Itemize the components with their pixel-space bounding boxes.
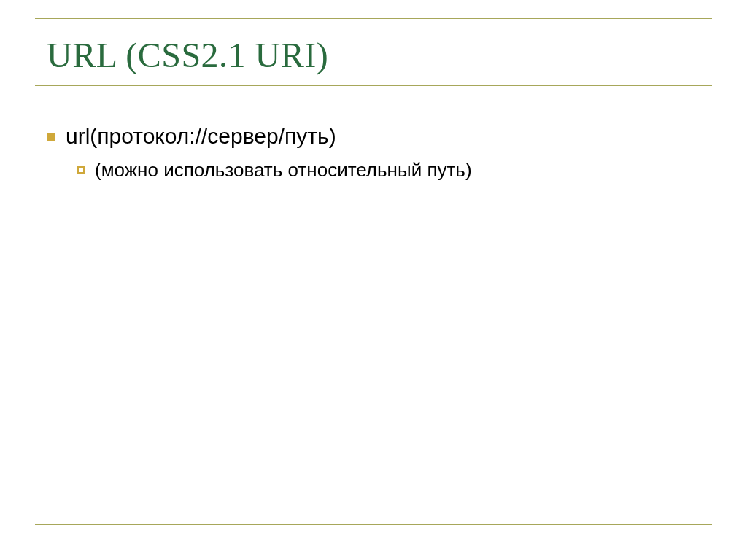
divider-top	[35, 18, 712, 19]
list-item: (можно использовать относительный путь)	[77, 159, 700, 182]
list-item-text: url(протокол://сервер/путь)	[66, 124, 336, 149]
divider-bottom	[35, 524, 712, 525]
bullet-filled-square-icon	[47, 133, 55, 141]
divider-under-title	[35, 85, 712, 86]
list-item-text: (можно использовать относительный путь)	[95, 159, 472, 182]
slide: URL (CSS2.1 URI) url(протокол://сервер/п…	[0, 0, 747, 560]
list-item: url(протокол://сервер/путь)	[47, 124, 700, 149]
slide-title: URL (CSS2.1 URI)	[47, 35, 328, 75]
slide-body: url(протокол://сервер/путь) (можно испол…	[47, 124, 700, 182]
bullet-hollow-square-icon	[77, 166, 85, 174]
